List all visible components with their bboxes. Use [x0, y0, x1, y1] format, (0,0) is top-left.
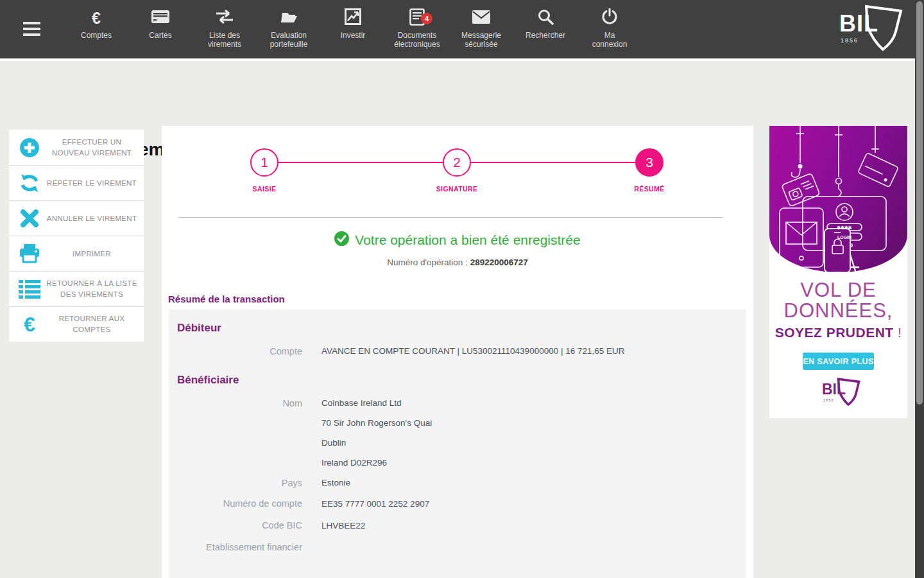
step-signature: 2 SIGNATURE [418, 148, 495, 193]
success-message-row: Votre opération a bien été enregistrée [162, 231, 753, 249]
list-icon [13, 279, 46, 299]
nav-item-cartes[interactable]: Cartes [128, 8, 193, 49]
ad-bil-logo: BIL 1856 [822, 378, 860, 408]
summary-row-address1: 70 Sir John Rogerson's Quai [169, 413, 746, 433]
login-label-text: LOGIN [837, 235, 851, 240]
summary-row-pays: Pays Estonie [169, 473, 746, 493]
ad-headline: VOL DE DONNÉES, SOYEZ PRUDENT ! [769, 280, 907, 340]
cross-icon [13, 209, 46, 227]
summary-row-address3: Ireland D02R296 [169, 453, 746, 473]
summary-row-address2: Dublin [169, 433, 746, 453]
nav-item-messagerie-securisee[interactable]: Messageriesécurisée [449, 8, 513, 49]
beneficiary-heading: Bénéficiaire [177, 374, 746, 387]
step-circle: 3 [635, 148, 663, 177]
title-bar: Résumé virement [0, 61, 924, 120]
print-button[interactable]: IMPRIMER [9, 236, 144, 271]
bil-shield-icon [862, 4, 903, 53]
search-icon [537, 8, 554, 28]
nav-item-investir[interactable]: Investir [321, 8, 385, 49]
plus-circle-icon [13, 137, 46, 158]
summary-panel: Débiteur Compte AVANCE EN COMPTE COURANT… [169, 310, 746, 578]
nav-item-liste-virements[interactable]: Liste desvirements [193, 8, 257, 49]
repeat-icon [13, 173, 46, 193]
debtor-heading: Débiteur [177, 322, 746, 335]
summary-section-title: Résumé de la transaction [168, 293, 285, 304]
operation-number-label: Numéro d'opération : [387, 258, 468, 267]
chart-icon [345, 8, 361, 28]
operation-number-value: 289220006727 [470, 258, 528, 267]
summary-row-numero-compte: Numéro de compte EE35 7777 0001 2252 290… [169, 493, 746, 514]
nav-item-documents-electroniques[interactable]: 4 Documentsélectroniques [385, 8, 449, 49]
step-saisie: 1 SAISIE [226, 148, 303, 193]
summary-row-code-bic: Code BIC LHVBEE22 [169, 514, 746, 536]
bil-logo[interactable]: BIL 1856 [839, 4, 903, 55]
hamburger-menu-icon[interactable] [23, 22, 40, 36]
step-resume: 3 RÉSUMÉ [611, 148, 688, 193]
cancel-transfer-button[interactable]: ANNULER LE VIREMENT [9, 200, 144, 236]
ad-banner[interactable]: ✱✱✱✱ LOGIN VOL DE DONNÉES, SOYEZ PRUDENT… [769, 126, 907, 418]
top-navbar: € Comptes Cartes Liste desvirements Eval… [0, 0, 924, 58]
nav-items: € Comptes Cartes Liste desvirements Eval… [64, 8, 642, 49]
transfer-summary-card: 1 SAISIE 2 SIGNATURE 3 RÉSUMÉ Votre opér… [162, 126, 753, 578]
summary-row-etablissement: Etablissement financier [169, 536, 746, 558]
phishing-illustration: ✱✱✱✱ LOGIN [769, 126, 907, 272]
nav-item-ma-connexion[interactable]: Maconnexion [578, 8, 642, 49]
scrollbar-thumb[interactable] [916, 1, 923, 405]
notification-badge: 4 [421, 13, 432, 24]
bil-shield-icon [836, 378, 860, 407]
new-transfer-button[interactable]: EFFECTUER UN NOUVEAU VIREMENT [9, 130, 144, 165]
nav-item-rechercher[interactable]: Rechercher [513, 8, 578, 49]
summary-row-compte: Compte AVANCE EN COMPTE COURANT | LU5300… [169, 341, 746, 361]
euro-icon: € [92, 10, 101, 26]
return-to-accounts-button[interactable]: € RETOURNER AUX COMPTES [9, 306, 144, 342]
nav-item-comptes[interactable]: € Comptes [64, 8, 128, 49]
divider [178, 217, 723, 218]
step-circle: 2 [443, 148, 471, 177]
envelope-icon [472, 10, 491, 27]
return-to-transfer-list-button[interactable]: RETOURNER À LA LISTE DES VIREMENTS [9, 271, 144, 306]
step-circle: 1 [250, 148, 278, 177]
success-message: Votre opération a bien été enregistrée [355, 232, 580, 248]
euro-icon: € [13, 315, 46, 334]
open-folder-icon [279, 9, 298, 27]
transfer-arrows-icon [215, 10, 234, 26]
summary-row-nom: Nom Coinbase Ireland Ltd [169, 393, 746, 413]
vertical-scrollbar[interactable] [915, 0, 924, 578]
repeat-transfer-button[interactable]: RÉPÉTER LE VIREMENT [9, 165, 144, 200]
check-circle-icon [334, 231, 349, 249]
card-icon [151, 9, 170, 27]
password-mask-text: ✱✱✱✱ [837, 225, 852, 230]
action-sidebar: EFFECTUER UN NOUVEAU VIREMENT RÉPÉTER LE… [9, 130, 144, 342]
nav-item-evaluation-portefeuille[interactable]: Evaluationportefeuille [257, 8, 321, 49]
nav-label: Comptes [81, 31, 112, 40]
bil-logo-year: 1856 [841, 37, 859, 44]
power-icon [601, 8, 618, 28]
learn-more-button[interactable]: EN SAVOIR PLUS [803, 353, 874, 370]
operation-number-row: Numéro d'opération : 289220006727 [162, 258, 753, 267]
printer-icon [13, 244, 46, 263]
